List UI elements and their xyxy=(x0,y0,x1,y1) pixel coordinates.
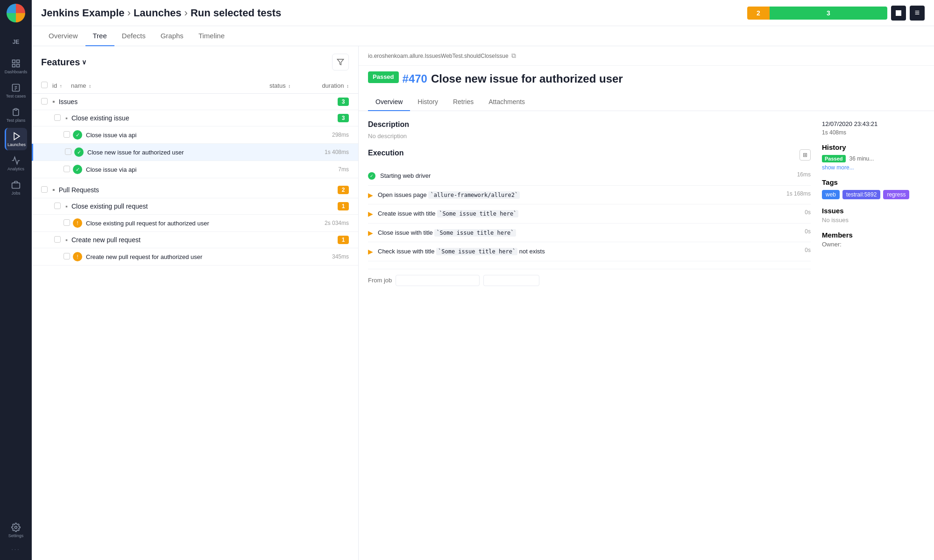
step-create-issue[interactable]: ▶ Create issue with title `Some issue ti… xyxy=(368,204,811,224)
test-row-close-via-api-2[interactable]: ✓ Close issue via api 7ms xyxy=(32,161,358,178)
step4-duration: 0s xyxy=(805,228,811,235)
svg-rect-1 xyxy=(17,60,20,63)
step-close-issue[interactable]: ▶ Close issue with title `Some issue tit… xyxy=(368,224,811,243)
from-job-input2[interactable] xyxy=(483,275,539,286)
sidebar-item-dashboards[interactable]: Dashboards xyxy=(5,55,27,77)
test3-status-icon: ✓ xyxy=(73,165,82,174)
step3-text: Create issue with title `Some issue titl… xyxy=(378,209,800,218)
duration-sort-icon: ↕ xyxy=(347,84,349,89)
subgroup-create-new-pr[interactable]: ▪ Create new pull request 1 xyxy=(32,232,358,248)
members-title: Members xyxy=(822,231,925,239)
show-more-link[interactable]: show more... xyxy=(822,164,925,171)
issues-checkbox[interactable] xyxy=(41,98,48,105)
from-job-input[interactable] xyxy=(396,275,480,286)
step-starting-webdriver[interactable]: ✓ Starting web driver 16ms xyxy=(368,167,811,186)
detail-title-row: Passed #470 Close new issue for authoriz… xyxy=(359,66,934,93)
detail-tab-attachments[interactable]: Attachments xyxy=(481,93,532,111)
th-duration[interactable]: duration ↕ xyxy=(307,82,349,89)
create-new-pr-name: Create new pull request xyxy=(71,236,338,244)
test1-status-icon: ✓ xyxy=(73,130,82,140)
breadcrumb-project[interactable]: Jenkins Example xyxy=(41,7,125,19)
breadcrumb: Jenkins Example › Launches › Run selecte… xyxy=(41,7,281,19)
th-id[interactable]: id ↑ xyxy=(52,82,71,89)
step5-text: Check issue with title `Some issue title… xyxy=(378,247,800,256)
step1-status-icon: ✓ xyxy=(368,172,375,180)
filter-icon xyxy=(337,58,344,66)
create-new-pr-checkbox[interactable] xyxy=(54,236,61,243)
test4-checkbox[interactable] xyxy=(64,219,70,226)
test-row-close-authorized[interactable]: ✓ Close new issue for authorized user 1s… xyxy=(32,144,358,161)
test-row-close-via-api-1[interactable]: ✓ Close issue via api 298ms xyxy=(32,126,358,144)
close-existing-issue-checkbox[interactable] xyxy=(54,114,61,121)
tag-web[interactable]: web xyxy=(822,190,840,199)
tag-testrail[interactable]: testrail:5892 xyxy=(842,190,880,199)
test-plans-icon xyxy=(11,107,21,117)
th-name[interactable]: name ↕ xyxy=(71,82,269,89)
test5-duration: 345ms xyxy=(316,253,349,260)
group-pull-requests[interactable]: ▪ Pull Requests 2 xyxy=(32,182,358,198)
detail-tab-history[interactable]: History xyxy=(410,93,446,111)
test4-duration: 2s 034ms xyxy=(316,220,349,226)
test-row-create-pr-authorized[interactable]: ! Create new pull request for authorized… xyxy=(32,248,358,266)
sidebar-item-jobs[interactable]: Jobs xyxy=(5,176,27,199)
tab-overview[interactable]: Overview xyxy=(41,26,85,46)
from-job-label: From job xyxy=(368,277,392,284)
test-row-close-pr-authorized[interactable]: ! Close existing pull request for author… xyxy=(32,215,358,232)
test3-checkbox[interactable] xyxy=(64,166,70,172)
subgroup-close-existing-pr[interactable]: ▪ Close existing pull request 1 xyxy=(32,198,358,215)
test1-checkbox[interactable] xyxy=(64,131,70,138)
tab-defects[interactable]: Defects xyxy=(114,26,153,46)
select-all-checkbox[interactable] xyxy=(41,82,48,88)
tags-row: web testrail:5892 regress xyxy=(822,190,925,199)
dashboards-icon xyxy=(11,59,21,68)
sidebar-item-analytics[interactable]: Analytics xyxy=(5,152,27,175)
sidebar-item-je[interactable]: JE xyxy=(5,31,27,53)
group-issues[interactable]: ▪ Issues 3 xyxy=(32,94,358,110)
th-status[interactable]: status ↕ xyxy=(269,82,307,89)
test1-name: Close issue via api xyxy=(86,132,316,139)
step1-text: Starting web driver xyxy=(380,171,792,181)
subgroup-close-existing-issue[interactable]: ▪ Close existing issue 3 xyxy=(32,110,358,126)
step2-duration: 1s 168ms xyxy=(786,190,811,197)
close-existing-pr-checkbox[interactable] xyxy=(54,203,61,209)
close-existing-pr-folder-icon: ▪ xyxy=(65,203,68,210)
stop-button[interactable] xyxy=(891,6,906,21)
step-open-issues-page[interactable]: ▶ Open issues page `allure-framework/all… xyxy=(368,186,811,205)
tab-graphs[interactable]: Graphs xyxy=(153,26,191,46)
breadcrumb-section[interactable]: Launches xyxy=(134,7,182,19)
pull-requests-count: 2 xyxy=(338,186,349,194)
table-header: id ↑ name ↕ status ↕ duration ↕ xyxy=(32,78,358,94)
breadcrumb-page: Run selected tests xyxy=(191,7,281,19)
sidebar-item-test-plans[interactable]: Test plans xyxy=(5,104,27,126)
step3-duration: 0s xyxy=(805,209,811,216)
tag-regress[interactable]: regress xyxy=(883,190,909,199)
sidebar-dots: ··· xyxy=(7,542,24,556)
sidebar-item-test-plans-label: Test plans xyxy=(7,118,26,123)
step-check-issue[interactable]: ▶ Check issue with title `Some issue tit… xyxy=(368,242,811,261)
pull-requests-checkbox[interactable] xyxy=(41,186,48,193)
detail-tabs: Overview History Retries Attachments xyxy=(359,93,934,111)
copy-path-icon[interactable]: ⧉ xyxy=(511,52,516,60)
features-title[interactable]: Features ∨ xyxy=(41,57,86,68)
sidebar-item-launches[interactable]: Launches xyxy=(5,128,27,150)
filter-button[interactable] xyxy=(332,54,349,70)
detail-tab-retries[interactable]: Retries xyxy=(446,93,481,111)
svg-rect-3 xyxy=(17,64,20,67)
expand-all-button[interactable]: ⊞ xyxy=(800,149,811,161)
test2-checkbox[interactable] xyxy=(65,148,71,155)
progress-bar: 2 3 xyxy=(747,7,887,20)
detail-path-text: io.eroshenkoam.allure.IssuesWebTest.shou… xyxy=(368,53,509,59)
tab-tree[interactable]: Tree xyxy=(85,26,114,46)
sidebar-item-analytics-label: Analytics xyxy=(7,167,24,171)
detail-tab-overview[interactable]: Overview xyxy=(368,93,410,111)
menu-button[interactable]: ≡ xyxy=(910,6,925,21)
test5-checkbox[interactable] xyxy=(64,253,70,259)
sidebar-item-settings[interactable]: Settings xyxy=(5,519,27,541)
step2-text: Open issues page `allure-framework/allur… xyxy=(378,190,782,200)
tab-timeline[interactable]: Timeline xyxy=(191,26,232,46)
tags-title: Tags xyxy=(822,178,925,186)
no-issues: No issues xyxy=(822,217,925,224)
sidebar-item-test-cases[interactable]: Test cases xyxy=(5,79,27,102)
app-logo[interactable] xyxy=(7,4,25,22)
issue-number[interactable]: #470 xyxy=(403,71,427,86)
